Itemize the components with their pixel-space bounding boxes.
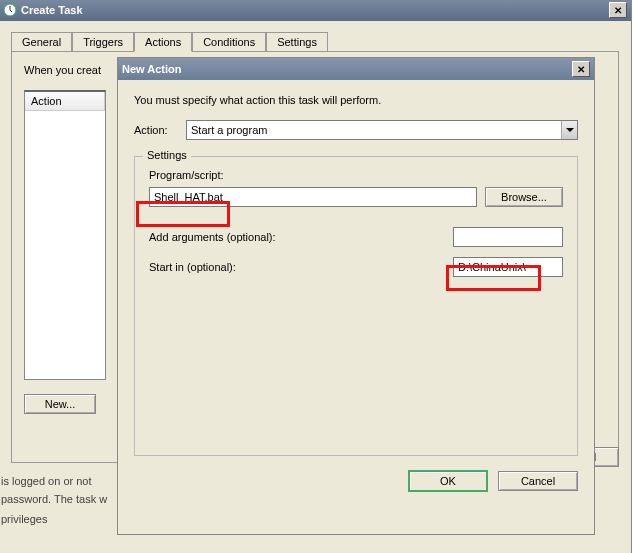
new-action-button[interactable]: New... (24, 394, 96, 414)
task-scheduler-icon (3, 3, 17, 17)
actions-list-column-action[interactable]: Action (25, 92, 105, 111)
add-arguments-label: Add arguments (optional): (149, 231, 445, 243)
tab-settings[interactable]: Settings (266, 32, 328, 52)
program-script-input[interactable] (149, 187, 477, 207)
new-action-close-button[interactable]: ✕ (572, 61, 590, 77)
chevron-down-icon[interactable] (561, 121, 577, 139)
browse-button[interactable]: Browse... (485, 187, 563, 207)
action-label: Action: (134, 124, 178, 136)
cancel-button[interactable]: Cancel (498, 471, 578, 491)
settings-fieldset: Settings Program/script: Browse... Add a… (134, 156, 578, 456)
program-script-label: Program/script: (149, 169, 563, 181)
action-combo-value: Start a program (187, 124, 561, 136)
create-task-close-button[interactable]: ✕ (609, 2, 627, 18)
tab-conditions[interactable]: Conditions (192, 32, 266, 52)
settings-legend: Settings (143, 149, 191, 161)
tab-triggers[interactable]: Triggers (72, 32, 134, 52)
add-arguments-input[interactable] (453, 227, 563, 247)
ok-button[interactable]: OK (408, 470, 488, 492)
create-task-titlebar: Create Task ✕ (0, 0, 631, 21)
new-action-intro: You must specify what action this task w… (134, 94, 578, 106)
action-combo[interactable]: Start a program (186, 120, 578, 140)
start-in-label: Start in (optional): (149, 261, 445, 273)
tab-general[interactable]: General (11, 32, 72, 52)
start-in-input[interactable] (453, 257, 563, 277)
tab-actions[interactable]: Actions (134, 32, 192, 52)
tabs: General Triggers Actions Conditions Sett… (11, 31, 631, 51)
create-task-title: Create Task (21, 4, 609, 16)
new-action-dialog: New Action ✕ You must specify what actio… (117, 57, 595, 535)
actions-list[interactable]: Action (24, 90, 106, 380)
new-action-title: New Action (122, 63, 572, 75)
new-action-titlebar: New Action ✕ (118, 58, 594, 80)
